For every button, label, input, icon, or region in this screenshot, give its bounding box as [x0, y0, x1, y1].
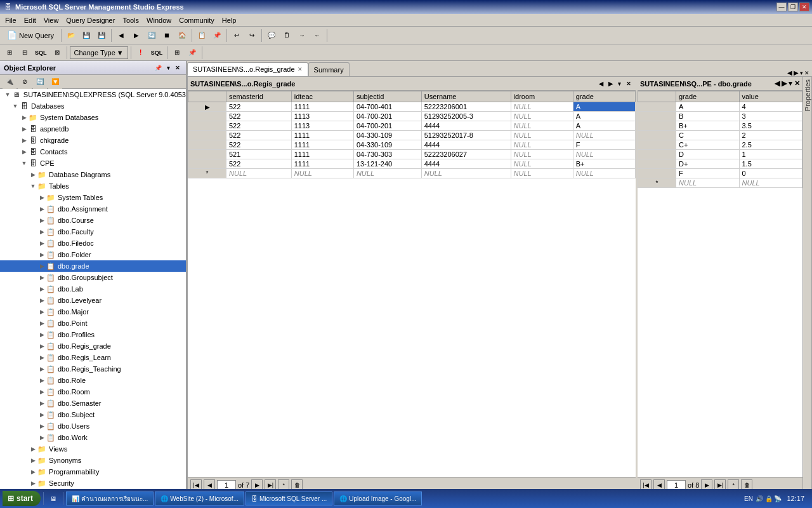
menu-community[interactable]: Community	[175, 15, 218, 25]
tree-programmability[interactable]: ▶ 📁 Programmability	[0, 466, 186, 478]
left-cell-3-grade[interactable]: NULL	[573, 131, 635, 140]
home-btn[interactable]: 🏠	[175, 29, 189, 43]
taskbar-item-3[interactable]: 🗄 Microsoft SQL Server ...	[246, 491, 332, 505]
sql-mode-btn[interactable]: SQL	[149, 46, 165, 60]
left-th-subjectid[interactable]: subjectid	[353, 91, 421, 102]
tab-scroll-left[interactable]: ◀	[787, 69, 792, 76]
right-th-grade[interactable]: grade	[676, 91, 740, 102]
left-cell-0-semasterid[interactable]: 522	[226, 102, 292, 112]
tb2-sql[interactable]: SQL	[33, 46, 49, 60]
open-btn[interactable]: 📂	[64, 29, 78, 43]
right-cell-7-1[interactable]: 0	[739, 169, 802, 178]
chkgrade-expand-icon[interactable]: ▶	[20, 137, 28, 144]
right-cell-1-1[interactable]: 3	[739, 112, 802, 121]
left-cell-1-idroom[interactable]: NULL	[511, 112, 573, 121]
left-cell-7-subjectid[interactable]: NULL	[353, 169, 421, 178]
filedoc-expand-icon[interactable]: ▶	[38, 239, 46, 247]
left-cell-3-semasterid[interactable]: 522	[226, 131, 292, 140]
tree-system-tables[interactable]: ▶ 📁 System Tables	[0, 192, 186, 203]
left-cell-7-semasterid[interactable]: NULL	[226, 169, 292, 178]
tree-table-subject[interactable]: ▶ 📋 dbo.Subject	[0, 409, 186, 420]
left-cell-4-idteac[interactable]: 1111	[291, 140, 353, 150]
menu-help[interactable]: Help	[218, 15, 240, 25]
room-expand-icon[interactable]: ▶	[38, 388, 46, 396]
tree-contacts[interactable]: ▶ 🗄 Contacts	[0, 146, 186, 157]
left-cell-4-semasterid[interactable]: 522	[226, 140, 292, 150]
grid-btn[interactable]: ⊞	[170, 46, 184, 60]
tree-table-profiles[interactable]: ▶ 📋 dbo.Profiles	[0, 329, 186, 340]
regis-grade-expand-icon[interactable]: ▶	[38, 342, 46, 350]
tree-db-diagrams[interactable]: ▶ 📁 Database Diagrams	[0, 169, 186, 180]
point-expand-icon[interactable]: ▶	[38, 319, 46, 327]
work-expand-icon[interactable]: ▶	[38, 434, 46, 441]
right-cell-1-0[interactable]: B	[676, 112, 740, 121]
oe-connect-btn[interactable]: 🔌	[3, 75, 16, 89]
tree-table-major[interactable]: ▶ 📋 dbo.Major	[0, 306, 186, 318]
right-th-value[interactable]: value	[739, 91, 802, 102]
left-th-username[interactable]: Username	[421, 91, 511, 102]
sys-db-expand-icon[interactable]: ▶	[20, 114, 28, 121]
tree-system-databases[interactable]: ▶ 📁 System Databases	[0, 112, 186, 123]
left-cell-6-idteac[interactable]: 1111	[291, 159, 353, 169]
restore-button[interactable]: ❐	[788, 3, 798, 11]
tree-table-role[interactable]: ▶ 📋 dbo.Role	[0, 375, 186, 386]
oe-refresh-btn[interactable]: 🔄	[33, 75, 47, 89]
tree-table-filedoc[interactable]: ▶ 📋 dbo.Filedoc	[0, 237, 186, 249]
right-cell-0-1[interactable]: 4	[739, 102, 802, 112]
left-cell-1-username[interactable]: 51293252005-3	[421, 112, 511, 121]
regis-learn-expand-icon[interactable]: ▶	[38, 354, 46, 361]
right-cell-4-1[interactable]: 2.5	[739, 140, 802, 150]
right-panel-scroll-left[interactable]: ◀	[775, 79, 780, 87]
security-expand-icon[interactable]: ▶	[29, 479, 37, 487]
tb2-btn3[interactable]: ⊠	[50, 46, 64, 60]
left-cell-6-grade[interactable]: B+	[573, 159, 635, 169]
left-cell-3-idteac[interactable]: 1111	[291, 131, 353, 140]
oe-close-btn[interactable]: ✕	[173, 64, 182, 72]
tree-table-course[interactable]: ▶ 📋 dbo.Course	[0, 215, 186, 226]
forward-btn[interactable]: ▶	[129, 29, 143, 43]
tree-table-faculty[interactable]: ▶ 📋 dbo.Faculty	[0, 226, 186, 237]
views-expand-icon[interactable]: ▶	[29, 445, 37, 453]
left-cell-7-idteac[interactable]: NULL	[291, 169, 353, 178]
folder-expand-icon[interactable]: ▶	[38, 251, 46, 258]
right-cell-2-0[interactable]: B+	[676, 121, 740, 131]
lab-expand-icon[interactable]: ▶	[38, 285, 46, 293]
role-expand-icon[interactable]: ▶	[38, 377, 46, 384]
left-cell-6-semasterid[interactable]: 522	[226, 159, 292, 169]
taskbar-item-4[interactable]: 🌐 Upload Image - Googl...	[334, 491, 422, 505]
tree-table-work[interactable]: ▶ 📋 dbo.Work	[0, 432, 186, 443]
tb2-btn1[interactable]: ⊞	[3, 46, 16, 60]
left-cell-4-username[interactable]: 4444	[421, 140, 511, 150]
server-expand-icon[interactable]: ▼	[4, 91, 11, 98]
left-cell-5-idroom[interactable]: NULL	[511, 150, 573, 159]
left-cell-7-idroom[interactable]: NULL	[511, 169, 573, 178]
left-th-idteac[interactable]: idteac	[291, 91, 353, 102]
left-cell-3-username[interactable]: 51293252017-8	[421, 131, 511, 140]
left-cell-2-username[interactable]: 4444	[421, 121, 511, 131]
comment-btn[interactable]: 💬	[265, 29, 278, 43]
left-cell-1-semasterid[interactable]: 522	[226, 112, 292, 121]
left-cell-5-idteac[interactable]: 1111	[291, 150, 353, 159]
tree-views[interactable]: ▶ 📁 Views	[0, 443, 186, 455]
left-cell-2-idteac[interactable]: 1113	[291, 121, 353, 131]
databases-expand-icon[interactable]: ▼	[11, 102, 19, 110]
tables-expand-icon[interactable]: ▼	[29, 182, 37, 190]
menu-view[interactable]: View	[40, 15, 63, 25]
right-cell-0-0[interactable]: A	[676, 102, 740, 112]
left-cell-0-idroom[interactable]: NULL	[511, 102, 573, 112]
menu-window[interactable]: Window	[143, 15, 175, 25]
oe-disconnect-btn[interactable]: ⊘	[18, 75, 32, 89]
oe-pin-btn[interactable]: 📌	[153, 64, 164, 72]
tb2-btn2[interactable]: ⊟	[18, 46, 32, 60]
tree-security[interactable]: ▶ 📁 Security	[0, 478, 186, 489]
semaster-expand-icon[interactable]: ▶	[38, 399, 46, 407]
left-panel-close[interactable]: ✕	[624, 80, 633, 88]
tree-server[interactable]: ▼ 🖥 SUTASINEEN\SQLEXPRESS (SQL Server 9.…	[0, 89, 186, 100]
taskbar-item-1[interactable]: 📊 คำนวณผลการเรียนนะ...	[66, 491, 154, 505]
tree-table-grade[interactable]: ▶ 📋 dbo.grade	[0, 260, 186, 272]
groupsubject-expand-icon[interactable]: ▶	[38, 274, 46, 281]
right-cell-6-0[interactable]: D+	[676, 159, 740, 169]
major-expand-icon[interactable]: ▶	[38, 308, 46, 316]
left-th-semasterid[interactable]: semasterid	[226, 91, 292, 102]
tree-tables[interactable]: ▼ 📁 Tables	[0, 180, 186, 192]
